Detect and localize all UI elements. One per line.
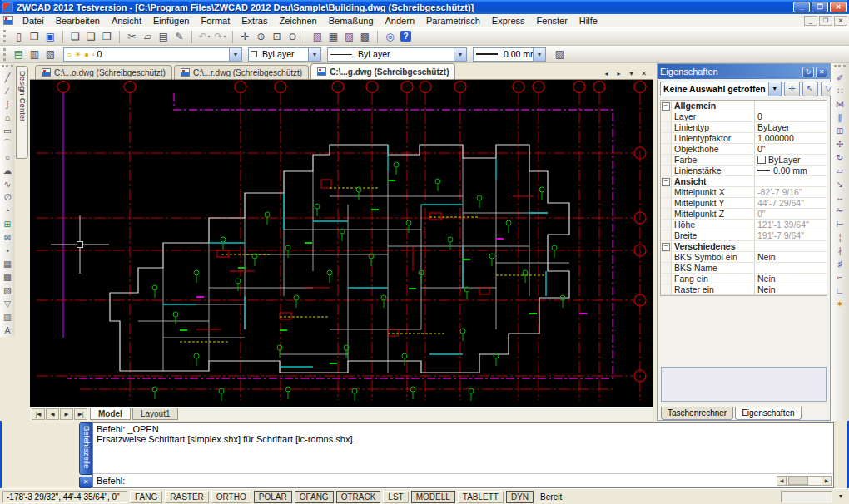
scale-icon[interactable]: ▱ bbox=[833, 164, 847, 177]
property-row[interactable]: Farbe ByLayer bbox=[661, 155, 827, 166]
offset-icon[interactable]: ∥ bbox=[833, 111, 847, 124]
chevron-down-icon[interactable]: ▼ bbox=[308, 48, 320, 61]
zoom-previous-icon[interactable]: ⊖ bbox=[285, 29, 300, 44]
menu-item[interactable]: Fenster bbox=[531, 15, 573, 27]
menu-item[interactable]: Bearbeiten bbox=[50, 15, 106, 27]
property-value[interactable]: 44'-7 29/64" bbox=[755, 198, 827, 208]
document-tab[interactable]: C:\...g.dwg (Schreibgeschützt) bbox=[310, 63, 455, 79]
polyline-icon[interactable]: ʃ bbox=[1, 97, 14, 111]
property-row[interactable]: BKS Symbol ein Nein bbox=[661, 252, 827, 263]
arc-icon[interactable]: ⌒ bbox=[1, 137, 14, 151]
copy-object-icon[interactable]: ∷ bbox=[833, 84, 847, 97]
property-row[interactable]: Fang ein Nein bbox=[661, 274, 827, 284]
color-select[interactable]: ByLayer ▼ bbox=[248, 47, 321, 62]
property-row[interactable]: Linientypfaktor 1.000000 bbox=[661, 133, 827, 144]
toolbar-grip[interactable] bbox=[834, 65, 846, 69]
redo-icon[interactable]: ↷ bbox=[212, 29, 228, 44]
revision-cloud-icon[interactable]: ☁ bbox=[1, 164, 14, 177]
spline-icon[interactable]: ∿ bbox=[1, 177, 14, 190]
circle-icon[interactable]: ○ bbox=[1, 151, 14, 164]
layer-previous-icon[interactable]: ▧ bbox=[42, 47, 58, 62]
menu-item[interactable]: Einfügen bbox=[147, 15, 195, 27]
design-center-tab[interactable]: Design-Center bbox=[16, 66, 28, 159]
menu-item[interactable]: Express bbox=[486, 15, 531, 27]
property-row[interactable]: Objekthöhe 0" bbox=[661, 144, 827, 155]
point-icon[interactable]: • bbox=[1, 244, 14, 257]
make-block-icon[interactable]: ⊠ bbox=[1, 230, 14, 244]
toggle-modell[interactable]: MODELL bbox=[411, 491, 455, 503]
move-icon[interactable]: ✢ bbox=[833, 137, 847, 151]
last-layout-button[interactable]: ▶| bbox=[74, 408, 87, 420]
select-objects-button[interactable]: ↖ bbox=[802, 82, 818, 96]
document-tab[interactable]: C:\...r.dwg (Schreibgeschützt) bbox=[174, 65, 309, 79]
menu-item[interactable]: Extras bbox=[236, 15, 273, 27]
open-icon[interactable]: ❒ bbox=[27, 29, 42, 44]
command-prompt[interactable]: Befehl: bbox=[97, 476, 777, 486]
menu-item[interactable]: Zeichnen bbox=[273, 15, 322, 27]
property-row[interactable]: Verschiedenes bbox=[661, 241, 827, 252]
chevron-down-icon[interactable]: ▼ bbox=[454, 48, 466, 61]
toggle-fang[interactable]: FANG bbox=[130, 491, 162, 503]
mtext-icon[interactable]: A bbox=[1, 324, 14, 337]
plot-preview-icon[interactable]: ❑ bbox=[83, 29, 99, 44]
property-row[interactable]: Allgemein bbox=[661, 101, 827, 111]
document-icon[interactable] bbox=[3, 16, 13, 25]
layer-properties-icon[interactable]: ▥ bbox=[27, 47, 42, 62]
zoom-window-icon[interactable]: ⊡ bbox=[269, 29, 285, 44]
toolbar-grip[interactable] bbox=[2, 65, 13, 69]
stretch-icon[interactable]: ↘ bbox=[833, 177, 847, 190]
layout-tab[interactable]: Layout1 bbox=[132, 408, 179, 420]
find-icon[interactable]: ◎ bbox=[382, 29, 398, 44]
insert-block-icon[interactable]: ⊞ bbox=[1, 217, 14, 230]
explode-icon[interactable]: ✶ bbox=[833, 297, 847, 310]
close-tab-button[interactable]: ✕ bbox=[638, 68, 649, 79]
rectangle-icon[interactable]: ▭ bbox=[1, 124, 14, 137]
property-row[interactable]: Mittelpunkt X -82'-7 9/16" bbox=[661, 187, 827, 198]
pan-icon[interactable]: ✛ bbox=[237, 29, 253, 44]
property-row[interactable]: Linientyp ByLayer bbox=[661, 122, 827, 133]
prev-layout-button[interactable]: ◀ bbox=[46, 408, 59, 420]
mdi-restore-button[interactable]: ❐ bbox=[819, 16, 832, 26]
toolbar-grip[interactable] bbox=[3, 30, 7, 42]
property-value[interactable]: 0.00 mm bbox=[755, 166, 827, 175]
close-command-button[interactable]: ✕ bbox=[79, 477, 92, 488]
layer-select[interactable]: ○☀●▫ 0 ▼ bbox=[63, 47, 242, 62]
ellipse-arc-icon[interactable]: ◔ bbox=[1, 204, 14, 217]
property-row[interactable]: Höhe 121'-1 39/64" bbox=[661, 220, 827, 230]
scroll-left-icon[interactable]: ◀ bbox=[777, 476, 787, 486]
lengthen-icon[interactable]: ↔ bbox=[833, 190, 847, 204]
toggle-polar[interactable]: POLAR bbox=[254, 491, 292, 503]
property-value[interactable]: 0 bbox=[755, 111, 827, 121]
toggle-ortho[interactable]: ORTHO bbox=[211, 491, 251, 503]
new-icon[interactable]: ▯ bbox=[11, 29, 27, 44]
status-menu-button[interactable]: ▼ bbox=[835, 491, 847, 502]
menu-item[interactable]: Ansicht bbox=[106, 15, 147, 27]
property-row[interactable]: Ansicht bbox=[661, 176, 827, 187]
prev-tab-button[interactable]: ◂ bbox=[601, 68, 612, 79]
undo-icon[interactable]: ↶ bbox=[196, 29, 212, 44]
menu-item[interactable]: Format bbox=[195, 15, 236, 27]
layers-icon[interactable]: ▤ bbox=[11, 47, 27, 62]
cut-icon[interactable]: ✂ bbox=[124, 29, 140, 44]
quick-select-button[interactable]: ✛ bbox=[784, 82, 800, 96]
calculator-icon[interactable]: ▩ bbox=[357, 29, 373, 44]
property-row[interactable]: Raster ein Nein bbox=[661, 284, 827, 295]
property-value[interactable]: 191'-7 9/64" bbox=[755, 230, 827, 240]
toggle-otrack[interactable]: OTRACK bbox=[336, 491, 381, 503]
document-tab[interactable]: C:\...o.dwg (Schreibgeschützt) bbox=[35, 65, 172, 79]
lineweight-select[interactable]: 0.00 mm ▼ bbox=[473, 47, 546, 62]
autohide-button[interactable]: ↻ bbox=[802, 67, 814, 77]
property-value[interactable]: 0" bbox=[755, 209, 827, 219]
fillet-icon[interactable]: ∟ bbox=[833, 284, 847, 297]
panel-tab[interactable]: Eigenschaften bbox=[735, 407, 801, 420]
linetype-select[interactable]: ByLayer ▼ bbox=[327, 47, 467, 62]
minimize-button[interactable]: _ bbox=[793, 2, 810, 12]
publish-icon[interactable]: ❐ bbox=[99, 29, 115, 44]
property-value[interactable] bbox=[755, 263, 827, 273]
mirror-icon[interactable]: ⋈ bbox=[833, 97, 847, 111]
property-row[interactable]: Breite 191'-7 9/64" bbox=[661, 230, 827, 241]
property-row[interactable]: BKS Name bbox=[661, 263, 827, 274]
property-value[interactable]: ByLayer bbox=[755, 122, 827, 132]
menu-item[interactable]: Datei bbox=[17, 15, 50, 27]
tool-palette-icon[interactable]: ▨ bbox=[341, 29, 357, 44]
